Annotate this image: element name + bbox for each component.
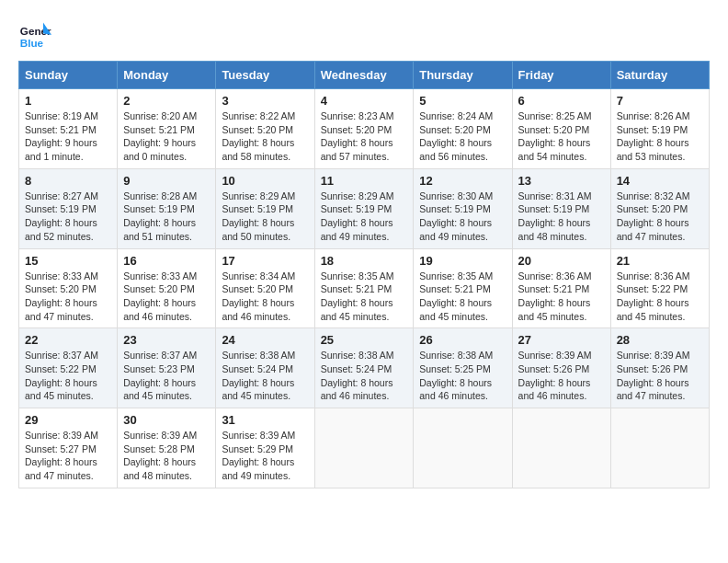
calendar-cell: 2 Sunrise: 8:20 AM Sunset: 5:21 PM Dayli… [118, 89, 216, 169]
day-info: Sunrise: 8:33 AM Sunset: 5:20 PM Dayligh… [123, 270, 210, 324]
day-number: 13 [518, 174, 605, 188]
day-number: 8 [25, 174, 111, 188]
day-number: 18 [321, 254, 408, 268]
calendar-cell: 17 Sunrise: 8:34 AM Sunset: 5:20 PM Dayl… [216, 248, 314, 328]
day-info: Sunrise: 8:31 AM Sunset: 5:19 PM Dayligh… [518, 190, 605, 244]
day-info: Sunrise: 8:28 AM Sunset: 5:19 PM Dayligh… [123, 190, 210, 244]
day-info: Sunrise: 8:34 AM Sunset: 5:20 PM Dayligh… [222, 270, 308, 324]
day-info: Sunrise: 8:39 AM Sunset: 5:26 PM Dayligh… [617, 349, 703, 403]
day-number: 29 [25, 413, 111, 427]
day-info: Sunrise: 8:38 AM Sunset: 5:24 PM Dayligh… [321, 349, 408, 403]
day-info: Sunrise: 8:26 AM Sunset: 5:19 PM Dayligh… [617, 109, 703, 164]
calendar-cell: 12 Sunrise: 8:30 AM Sunset: 5:19 PM Dayl… [414, 168, 512, 248]
day-info: Sunrise: 8:39 AM Sunset: 5:28 PM Dayligh… [123, 429, 210, 483]
calendar-cell: 7 Sunrise: 8:26 AM Sunset: 5:19 PM Dayli… [610, 89, 709, 169]
day-info: Sunrise: 8:37 AM Sunset: 5:23 PM Dayligh… [123, 349, 210, 403]
calendar-cell: 29 Sunrise: 8:39 AM Sunset: 5:27 PM Dayl… [19, 408, 118, 488]
day-info: Sunrise: 8:39 AM Sunset: 5:27 PM Dayligh… [25, 429, 111, 483]
logo-icon: General Blue [18, 18, 51, 52]
calendar-cell: 27 Sunrise: 8:39 AM Sunset: 5:26 PM Dayl… [512, 328, 610, 408]
calendar-header-row: SundayMondayTuesdayWednesdayThursdayFrid… [19, 62, 710, 89]
calendar-cell: 1 Sunrise: 8:19 AM Sunset: 5:21 PM Dayli… [19, 89, 118, 169]
day-info: Sunrise: 8:35 AM Sunset: 5:21 PM Dayligh… [419, 270, 506, 324]
calendar-cell: 23 Sunrise: 8:37 AM Sunset: 5:23 PM Dayl… [118, 328, 216, 408]
calendar-week-row: 8 Sunrise: 8:27 AM Sunset: 5:19 PM Dayli… [19, 168, 710, 248]
day-info: Sunrise: 8:38 AM Sunset: 5:24 PM Dayligh… [222, 349, 308, 403]
day-number: 31 [222, 413, 308, 427]
calendar-cell [512, 408, 610, 488]
day-info: Sunrise: 8:20 AM Sunset: 5:21 PM Dayligh… [123, 109, 210, 164]
calendar-cell: 13 Sunrise: 8:31 AM Sunset: 5:19 PM Dayl… [512, 168, 610, 248]
calendar-cell: 15 Sunrise: 8:33 AM Sunset: 5:20 PM Dayl… [19, 248, 118, 328]
day-info: Sunrise: 8:38 AM Sunset: 5:25 PM Dayligh… [419, 349, 506, 403]
calendar-cell: 11 Sunrise: 8:29 AM Sunset: 5:19 PM Dayl… [314, 168, 414, 248]
calendar-cell [610, 408, 709, 488]
weekday-header-saturday: Saturday [610, 62, 709, 89]
day-number: 17 [222, 254, 308, 268]
calendar-cell: 28 Sunrise: 8:39 AM Sunset: 5:26 PM Dayl… [610, 328, 709, 408]
calendar-cell: 22 Sunrise: 8:37 AM Sunset: 5:22 PM Dayl… [19, 328, 118, 408]
calendar-table: SundayMondayTuesdayWednesdayThursdayFrid… [18, 61, 710, 488]
day-number: 15 [25, 254, 111, 268]
calendar-cell: 20 Sunrise: 8:36 AM Sunset: 5:21 PM Dayl… [512, 248, 610, 328]
day-number: 24 [222, 333, 308, 347]
day-number: 30 [123, 413, 210, 427]
day-info: Sunrise: 8:25 AM Sunset: 5:20 PM Dayligh… [518, 109, 605, 164]
day-info: Sunrise: 8:39 AM Sunset: 5:26 PM Dayligh… [518, 349, 605, 403]
day-number: 14 [617, 174, 703, 188]
weekday-header-tuesday: Tuesday [216, 62, 314, 89]
day-number: 5 [419, 94, 506, 108]
day-number: 2 [123, 94, 210, 108]
day-number: 10 [222, 174, 308, 188]
day-info: Sunrise: 8:35 AM Sunset: 5:21 PM Dayligh… [321, 270, 408, 324]
day-number: 25 [321, 333, 408, 347]
weekday-header-monday: Monday [118, 62, 216, 89]
calendar-cell: 19 Sunrise: 8:35 AM Sunset: 5:21 PM Dayl… [414, 248, 512, 328]
calendar-cell: 6 Sunrise: 8:25 AM Sunset: 5:20 PM Dayli… [512, 89, 610, 169]
calendar-cell: 14 Sunrise: 8:32 AM Sunset: 5:20 PM Dayl… [610, 168, 709, 248]
day-info: Sunrise: 8:36 AM Sunset: 5:22 PM Dayligh… [617, 270, 703, 324]
weekday-header-sunday: Sunday [19, 62, 118, 89]
calendar-cell: 5 Sunrise: 8:24 AM Sunset: 5:20 PM Dayli… [414, 89, 512, 169]
day-number: 9 [123, 174, 210, 188]
day-number: 3 [222, 94, 308, 108]
calendar-week-row: 29 Sunrise: 8:39 AM Sunset: 5:27 PM Dayl… [19, 408, 710, 488]
weekday-header-wednesday: Wednesday [314, 62, 414, 89]
calendar-cell: 21 Sunrise: 8:36 AM Sunset: 5:22 PM Dayl… [610, 248, 709, 328]
svg-text:Blue: Blue [20, 37, 44, 49]
calendar-cell: 18 Sunrise: 8:35 AM Sunset: 5:21 PM Dayl… [314, 248, 414, 328]
calendar-cell: 25 Sunrise: 8:38 AM Sunset: 5:24 PM Dayl… [314, 328, 414, 408]
day-info: Sunrise: 8:29 AM Sunset: 5:19 PM Dayligh… [321, 190, 408, 244]
day-info: Sunrise: 8:23 AM Sunset: 5:20 PM Dayligh… [321, 109, 408, 164]
calendar-week-row: 22 Sunrise: 8:37 AM Sunset: 5:22 PM Dayl… [19, 328, 710, 408]
calendar-cell [314, 408, 414, 488]
calendar-week-row: 15 Sunrise: 8:33 AM Sunset: 5:20 PM Dayl… [19, 248, 710, 328]
page-header: General Blue [18, 18, 710, 52]
day-number: 22 [25, 333, 111, 347]
calendar-cell: 8 Sunrise: 8:27 AM Sunset: 5:19 PM Dayli… [19, 168, 118, 248]
day-number: 28 [617, 333, 703, 347]
calendar-cell: 10 Sunrise: 8:29 AM Sunset: 5:19 PM Dayl… [216, 168, 314, 248]
calendar-cell: 16 Sunrise: 8:33 AM Sunset: 5:20 PM Dayl… [118, 248, 216, 328]
day-info: Sunrise: 8:24 AM Sunset: 5:20 PM Dayligh… [419, 109, 506, 164]
calendar-cell: 31 Sunrise: 8:39 AM Sunset: 5:29 PM Dayl… [216, 408, 314, 488]
day-number: 6 [518, 94, 605, 108]
day-info: Sunrise: 8:33 AM Sunset: 5:20 PM Dayligh… [25, 270, 111, 324]
day-number: 21 [617, 254, 703, 268]
calendar-cell: 3 Sunrise: 8:22 AM Sunset: 5:20 PM Dayli… [216, 89, 314, 169]
logo: General Blue [18, 18, 51, 52]
calendar-week-row: 1 Sunrise: 8:19 AM Sunset: 5:21 PM Dayli… [19, 89, 710, 169]
day-info: Sunrise: 8:36 AM Sunset: 5:21 PM Dayligh… [518, 270, 605, 324]
day-number: 23 [123, 333, 210, 347]
day-info: Sunrise: 8:19 AM Sunset: 5:21 PM Dayligh… [25, 109, 111, 164]
day-number: 4 [321, 94, 408, 108]
day-number: 19 [419, 254, 506, 268]
day-number: 27 [518, 333, 605, 347]
calendar-cell: 26 Sunrise: 8:38 AM Sunset: 5:25 PM Dayl… [414, 328, 512, 408]
day-number: 11 [321, 174, 408, 188]
day-info: Sunrise: 8:29 AM Sunset: 5:19 PM Dayligh… [222, 190, 308, 244]
weekday-header-thursday: Thursday [414, 62, 512, 89]
day-info: Sunrise: 8:39 AM Sunset: 5:29 PM Dayligh… [222, 429, 308, 483]
calendar-cell: 4 Sunrise: 8:23 AM Sunset: 5:20 PM Dayli… [314, 89, 414, 169]
day-info: Sunrise: 8:32 AM Sunset: 5:20 PM Dayligh… [617, 190, 703, 244]
